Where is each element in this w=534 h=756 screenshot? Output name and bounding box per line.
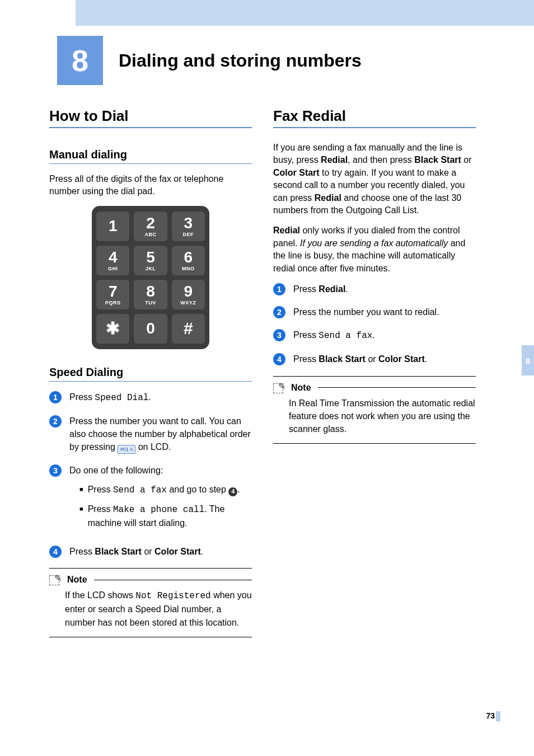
chapter-number: 8 [57,36,103,85]
speed-dial-steps: 1 Press Speed Dial. 2 Press the number y… [49,391,252,558]
key-8: 8TUV [134,280,167,309]
note-rule [318,387,476,388]
page-number-bar [496,711,500,721]
lcd-sort-icon: #01 A [118,445,135,454]
key-7: 7PQRS [96,280,129,309]
step-badge-2: 2 [49,415,62,428]
subsection-manual-dialing: Manual dialing [49,148,252,164]
speed-step-3a: Press Send a fax and go to step 4. [69,483,252,497]
note-label: Note [291,383,311,393]
speed-step-3: 3 Do one of the following: Press Send a … [49,464,252,535]
redial-step-4: 4 Press Black Start or Color Start. [273,353,476,365]
speed-dial-note: Note If the LCD shows Not Registered whe… [49,568,252,637]
note-body: In Real Time Transmission the automatic … [273,397,476,436]
page-body: How to Dial Manual dialing Press all of … [0,85,481,637]
step-badge-1: 1 [49,391,62,403]
key-star: ✱ [96,314,129,344]
note-rule [94,580,252,580]
key-9: 9WXYZ [172,280,205,309]
note-icon [273,382,288,393]
section-how-to-dial: How to Dial [49,107,252,128]
redial-step-2: 2 Press the number you want to redial. [273,306,476,318]
speed-step-2: 2 Press the number you want to call. You… [49,415,252,454]
key-hash: # [172,314,205,344]
key-0: 0 [134,314,167,344]
right-column: Fax Redial If you are sending a fax manu… [273,107,476,637]
step-badge-4: 4 [49,546,62,558]
dialpad-illustration: 1 2ABC 3DEF 4GHI 5JKL 6MNO 7PQRS 8TUV 9W… [92,206,209,349]
key-4: 4GHI [96,246,129,275]
chapter-header: 8 Dialing and storing numbers [0,36,534,85]
side-chapter-tab: 8 [522,345,534,375]
step-badge-4: 4 [273,353,285,365]
left-column: How to Dial Manual dialing Press all of … [49,107,252,637]
speed-step-4: 4 Press Black Start or Color Start. [49,545,252,558]
note-body: If the LCD shows Not Registered when you… [49,589,252,629]
key-5: 5JKL [134,246,167,275]
fax-redial-steps: 1 Press Redial. 2 Press the number you w… [273,283,476,366]
header-bar [0,0,534,26]
step-badge-3: 3 [273,329,285,341]
key-2: 2ABC [134,212,167,241]
step-badge-1: 1 [273,283,285,295]
fax-redial-note: Note In Real Time Transmission the autom… [273,376,476,444]
redial-step-1: 1 Press Redial. [273,283,476,295]
step-badge-2: 2 [273,306,285,318]
manual-dialing-text: Press all of the digits of the fax or te… [49,173,252,198]
key-3: 3DEF [172,212,205,241]
subsection-speed-dialing: Speed Dialing [49,366,252,382]
speed-step-1: 1 Press Speed Dial. [49,391,252,405]
fax-redial-p2: Redial only works if you dialed from the… [273,224,476,275]
speed-step-3b: Press Make a phone call. The machine wil… [69,503,252,529]
inline-step-ref-4: 4 [228,487,237,496]
step-badge-3: 3 [49,464,62,477]
page-number: 73 [486,711,495,720]
key-1: 1 [96,212,129,241]
section-fax-redial: Fax Redial [273,107,476,128]
redial-step-3: 3 Press Send a fax. [273,328,476,342]
note-label: Note [67,575,87,585]
chapter-title: Dialing and storing numbers [119,50,362,71]
note-icon [49,574,64,585]
fax-redial-p1: If you are sending a fax manually and th… [273,142,476,217]
key-6: 6MNO [172,246,205,275]
header-strip [76,0,534,26]
